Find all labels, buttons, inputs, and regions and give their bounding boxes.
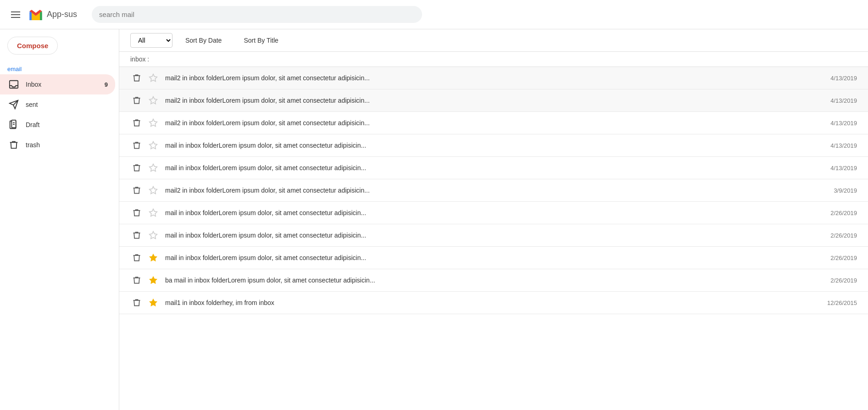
svg-marker-21 xyxy=(150,277,157,284)
search-input[interactable] xyxy=(92,6,422,23)
email-star-button[interactable] xyxy=(147,161,160,174)
svg-marker-15 xyxy=(150,142,157,149)
sort-by-title-button[interactable]: Sort By Title xyxy=(234,33,287,48)
email-delete-button[interactable] xyxy=(130,94,143,107)
trash-icon xyxy=(132,298,141,307)
trash-icon xyxy=(132,73,141,83)
email-subject: ba mail in inbox folderLorem ipsum dolor… xyxy=(165,277,823,284)
sent-icon xyxy=(7,98,20,111)
trash-icon xyxy=(132,163,141,172)
sidebar: Compose email Inbox 9 sent xyxy=(0,29,119,410)
email-date: 4/13/2019 xyxy=(830,165,857,172)
email-star-button[interactable] xyxy=(147,94,160,107)
star-icon xyxy=(149,208,158,217)
trash-nav-icon xyxy=(7,139,20,151)
email-star-button[interactable] xyxy=(147,296,160,309)
sidebar-item-draft-label: Draft xyxy=(26,121,39,128)
star-icon xyxy=(149,253,158,262)
email-delete-button[interactable] xyxy=(130,251,143,264)
email-delete-button[interactable] xyxy=(130,229,143,242)
email-star-button[interactable] xyxy=(147,72,160,84)
email-star-button[interactable] xyxy=(147,274,160,287)
sidebar-item-trash[interactable]: trash xyxy=(0,135,115,155)
email-delete-button[interactable] xyxy=(130,274,143,287)
svg-marker-22 xyxy=(150,299,157,306)
email-date: 2/26/2019 xyxy=(830,210,857,216)
email-subject: mail2 in inbox folderLorem ipsum dolor, … xyxy=(165,97,823,104)
sidebar-item-inbox-label: Inbox xyxy=(26,81,41,88)
svg-marker-3 xyxy=(40,11,42,20)
email-delete-button[interactable] xyxy=(130,161,143,174)
svg-marker-18 xyxy=(150,209,157,216)
email-subject: mail2 in inbox folderLorem ipsum dolor, … xyxy=(165,74,823,82)
svg-rect-9 xyxy=(11,120,16,128)
svg-marker-16 xyxy=(150,164,157,172)
draft-icon xyxy=(7,118,20,131)
email-row[interactable]: mail in inbox folderLorem ipsum dolor, s… xyxy=(119,157,868,179)
svg-marker-17 xyxy=(150,187,157,194)
email-date: 4/13/2019 xyxy=(830,142,857,149)
email-subject: mail in inbox folderLorem ipsum dolor, s… xyxy=(165,209,823,216)
email-date: 4/13/2019 xyxy=(830,120,857,127)
svg-marker-20 xyxy=(150,254,157,261)
email-row[interactable]: mail in inbox folderLorem ipsum dolor, s… xyxy=(119,247,868,269)
email-row[interactable]: mail1 in inbox folderhey, im from inbox1… xyxy=(119,292,868,314)
email-subject: mail in inbox folderLorem ipsum dolor, s… xyxy=(165,164,823,172)
sidebar-item-draft[interactable]: Draft xyxy=(0,115,115,135)
email-row[interactable]: mail in inbox folderLorem ipsum dolor, s… xyxy=(119,134,868,157)
svg-marker-13 xyxy=(150,97,157,104)
sidebar-item-inbox[interactable]: Inbox 9 xyxy=(0,74,115,94)
email-subject: mail in inbox folderLorem ipsum dolor, s… xyxy=(165,254,823,261)
email-date: 2/26/2019 xyxy=(830,232,857,239)
star-icon xyxy=(149,231,158,240)
email-date: 2/26/2019 xyxy=(830,255,857,261)
email-row[interactable]: ba mail in inbox folderLorem ipsum dolor… xyxy=(119,269,868,292)
star-icon xyxy=(149,186,158,195)
email-star-button[interactable] xyxy=(147,251,160,264)
header: App-sus xyxy=(0,0,868,29)
email-star-button[interactable] xyxy=(147,116,160,129)
email-star-button[interactable] xyxy=(147,184,160,197)
star-icon xyxy=(149,163,158,172)
trash-icon xyxy=(132,231,141,240)
trash-icon xyxy=(132,186,141,195)
email-star-button[interactable] xyxy=(147,229,160,242)
sidebar-item-sent[interactable]: sent xyxy=(0,94,115,115)
gmail-logo: App-sus xyxy=(28,6,77,23)
email-delete-button[interactable] xyxy=(130,72,143,84)
trash-icon xyxy=(132,141,141,150)
email-row[interactable]: mail2 in inbox folderLorem ipsum dolor, … xyxy=(119,89,868,112)
email-row[interactable]: mail2 in inbox folderLorem ipsum dolor, … xyxy=(119,112,868,134)
email-row[interactable]: mail2 in inbox folderLorem ipsum dolor, … xyxy=(119,67,868,89)
email-date: 2/26/2019 xyxy=(830,277,857,284)
filter-select[interactable]: All Unread Read Starred xyxy=(130,33,172,48)
sidebar-section-label: email xyxy=(0,62,119,74)
sidebar-item-inbox-badge: 9 xyxy=(105,81,108,88)
trash-icon xyxy=(132,118,141,127)
email-delete-button[interactable] xyxy=(130,139,143,152)
email-delete-button[interactable] xyxy=(130,184,143,197)
email-list: mail2 in inbox folderLorem ipsum dolor, … xyxy=(119,67,868,410)
email-delete-button[interactable] xyxy=(130,296,143,309)
email-star-button[interactable] xyxy=(147,206,160,219)
trash-icon xyxy=(132,276,141,285)
email-date: 3/9/2019 xyxy=(834,187,857,194)
email-row[interactable]: mail in inbox folderLorem ipsum dolor, s… xyxy=(119,224,868,247)
sidebar-item-trash-label: trash xyxy=(26,141,40,149)
email-delete-button[interactable] xyxy=(130,116,143,129)
star-icon xyxy=(149,276,158,285)
sort-by-date-button[interactable]: Sort By Date xyxy=(176,33,231,48)
menu-button[interactable] xyxy=(7,8,24,22)
email-date: 12/26/2015 xyxy=(827,299,857,306)
compose-button[interactable]: Compose xyxy=(7,37,58,55)
email-row[interactable]: mail2 in inbox folderLorem ipsum dolor, … xyxy=(119,179,868,202)
svg-marker-19 xyxy=(150,232,157,239)
search-bar[interactable] xyxy=(92,6,422,23)
svg-marker-2 xyxy=(30,11,32,20)
email-delete-button[interactable] xyxy=(130,206,143,219)
email-subject: mail in inbox folderLorem ipsum dolor, s… xyxy=(165,232,823,239)
email-row[interactable]: mail in inbox folderLorem ipsum dolor, s… xyxy=(119,202,868,224)
email-star-button[interactable] xyxy=(147,139,160,152)
star-icon xyxy=(149,96,158,105)
inbox-header: inbox : xyxy=(119,52,868,67)
